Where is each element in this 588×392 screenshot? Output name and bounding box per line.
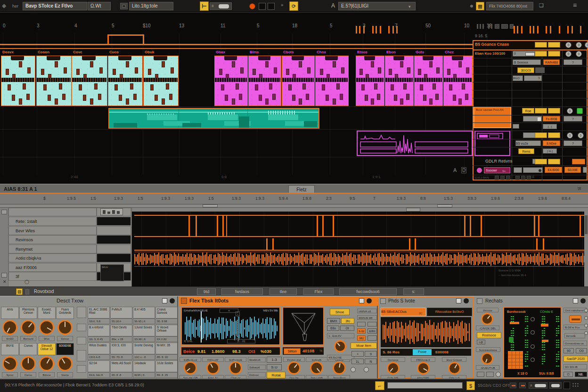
midi-clip[interactable] xyxy=(356,56,384,106)
midi-clip[interactable] xyxy=(282,56,315,106)
led-circle[interactable] xyxy=(531,344,535,349)
sitton-value[interactable]: 40108 xyxy=(302,349,318,353)
p4-r8b[interactable]: N8. xyxy=(575,372,587,377)
s62-button[interactable]: S-62 xyxy=(357,328,366,334)
pan-knob[interactable]: 0 xyxy=(576,51,582,57)
clip-title[interactable]: Etsos xyxy=(357,50,383,55)
envelope-row-label[interactable]: Revinsos xyxy=(8,235,97,244)
ab-icon-a[interactable]: A xyxy=(453,167,459,173)
chain-mini-box[interactable] xyxy=(77,350,86,361)
tempo-handle[interactable] xyxy=(219,4,229,8)
rgo-box[interactable]: RGO xyxy=(513,75,523,81)
editor-ruler-tick[interactable]: 9:5 xyxy=(350,196,370,201)
p4-mini-box[interactable] xyxy=(477,372,484,377)
editor-ruler-tick[interactable]: 1:5 xyxy=(90,196,111,201)
sample-display[interactable]: GAcKa/MXAGEUEwMEV.5V.9Bt3| GNL[5....16] xyxy=(181,307,280,345)
pan-knob[interactable]: 0 xyxy=(565,42,572,48)
slider-pill[interactable] xyxy=(535,384,546,387)
midi-clip[interactable] xyxy=(108,56,143,106)
mini-icon-button[interactable] xyxy=(495,176,499,180)
p4-knob-1[interactable] xyxy=(481,313,493,325)
midi-clip[interactable] xyxy=(36,56,72,106)
editor-title[interactable]: AIAS 8:31 A 1 xyxy=(4,186,79,192)
pad-name[interactable]: T6ot Oevts xyxy=(110,325,132,336)
punch-label[interactable]: » xyxy=(281,2,287,9)
macro-knob[interactable] xyxy=(57,320,73,335)
envelope-row-cell[interactable] xyxy=(97,245,131,253)
progress-bar[interactable] xyxy=(387,382,463,389)
panel3-collapse-button[interactable] xyxy=(456,298,461,303)
undo-button[interactable]: ⌐ xyxy=(375,381,384,390)
clip-slot-button[interactable] xyxy=(548,159,560,164)
pad-value[interactable]: C8:6 A-8 xyxy=(88,354,110,360)
clip-title[interactable]: Cbots xyxy=(283,50,313,55)
clip-title[interactable]: Gots xyxy=(416,50,441,55)
grid-cell-button[interactable]: 1L xyxy=(351,359,364,364)
macro-value-2[interactable]: 9proc xyxy=(2,372,18,377)
macro-knob[interactable] xyxy=(2,320,17,335)
pad-value[interactable]: S5.98 | 8 xyxy=(133,336,155,342)
editor-ruler-tick[interactable]: 5:9.4 xyxy=(279,196,300,201)
editor-ruler-tick[interactable]: 1:9.3 xyxy=(185,196,205,201)
device-tab-0[interactable]: 9td xyxy=(197,288,216,295)
mini-scroll-handle[interactable] xyxy=(437,204,452,207)
midi-clip[interactable] xyxy=(248,56,281,106)
panel1-collapse-button[interactable] xyxy=(162,298,167,303)
panel1-power-button[interactable] xyxy=(170,298,175,303)
p3-wave-display[interactable] xyxy=(381,317,471,347)
voze-box[interactable]: B5 voZe xyxy=(515,140,541,146)
editor-ruler-tick[interactable]: 1:9.6 xyxy=(538,196,559,201)
pan-knob[interactable]: 0 xyxy=(565,51,572,57)
record-button[interactable] xyxy=(249,3,255,9)
chain-mini-box[interactable] xyxy=(77,337,86,344)
close-icon[interactable]: ✕ xyxy=(3,279,8,285)
device-tab-1[interactable]: fwslaos xyxy=(221,288,263,295)
grid-cell-button[interactable]: N xyxy=(365,359,377,364)
macro-value[interactable]: Bemord xyxy=(20,336,36,341)
device-tab-5[interactable]: s: xyxy=(403,288,424,295)
grid-dots-icon[interactable] xyxy=(572,383,579,388)
p2-field2[interactable]: S.U xyxy=(267,364,282,370)
link-field[interactable]: Bavp SToIce Ez Ftlvo xyxy=(23,2,87,10)
black-box[interactable] xyxy=(564,382,570,389)
chain-mini-box[interactable] xyxy=(77,307,86,318)
audio-clip-selected[interactable] xyxy=(108,108,319,129)
pad-value[interactable]: 9035 | 6 xyxy=(133,372,155,378)
pad-value[interactable]: S9. 3, 8 45 xyxy=(88,336,110,342)
clip-slot-button[interactable] xyxy=(548,108,560,114)
editor-ruler-tick[interactable]: 1:9.3 xyxy=(114,196,135,201)
metronome-button[interactable]: ⊢ xyxy=(200,1,209,11)
clip-title[interactable]: Cuco xyxy=(109,50,141,55)
macro-value[interactable]: 6m93 xyxy=(2,336,18,341)
envelope-row-label[interactable]: Renymet xyxy=(8,245,97,253)
editor-ruler-tick[interactable]: 1:9.3 xyxy=(397,196,417,201)
sample-marker-box[interactable] xyxy=(236,311,240,316)
ruler-tick-label[interactable]: 50 xyxy=(425,23,441,29)
macro-value-2[interactable]: Bdvne xyxy=(39,372,55,377)
ruler-tick-label[interactable]: 5 xyxy=(257,23,273,29)
track-name-1[interactable]: B5 Goancs Cnass xyxy=(475,42,515,48)
status-v2[interactable]: 1.8600 xyxy=(212,349,229,354)
panel4-collapse-button[interactable] xyxy=(573,298,578,303)
clip-slot-button[interactable] xyxy=(548,51,560,57)
mini-display[interactable]: 9A/A xyxy=(100,264,124,281)
p2-knob[interactable] xyxy=(206,361,220,375)
editor-ruler-tick[interactable]: 1:8.8 xyxy=(302,196,323,201)
device-tab-4[interactable]: fwcowdsoo6 xyxy=(339,288,397,295)
clip-title[interactable]: Blms xyxy=(250,50,280,55)
pan-knob[interactable]: 0 xyxy=(585,42,588,48)
mini-icon-button[interactable] xyxy=(506,176,510,180)
envelope-row-label[interactable]: Aotio:cbiqkAs xyxy=(8,253,97,262)
rain-button[interactable]: RAIN4B8 xyxy=(543,59,560,65)
macro-label-2[interactable]: Eteusdt Odiue 12 xyxy=(38,343,56,355)
chain-mini-box[interactable] xyxy=(77,324,86,331)
clip-slot-button[interactable] xyxy=(548,132,560,138)
p2-knob[interactable] xyxy=(310,361,323,375)
clip-slot-button[interactable] xyxy=(548,42,560,48)
seg-button[interactable]: B5 SBvEACDus3C xyxy=(381,308,426,316)
route-box[interactable]: ? xyxy=(564,140,582,146)
pad-name[interactable]: 10Je Sodes xyxy=(155,360,178,372)
p4-knob-2[interactable] xyxy=(481,352,493,365)
p4-mini-box[interactable] xyxy=(486,372,494,377)
midi-clip[interactable] xyxy=(315,56,349,106)
